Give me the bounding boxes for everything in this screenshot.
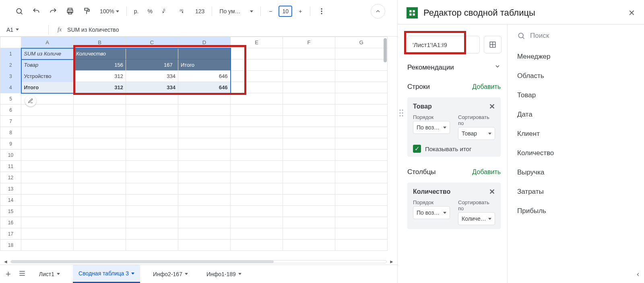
row-header[interactable]: 12 bbox=[0, 172, 21, 183]
cell[interactable] bbox=[231, 183, 283, 195]
cell[interactable]: Итого bbox=[21, 82, 74, 93]
cell[interactable] bbox=[335, 172, 388, 183]
sheet-tab[interactable]: Сводная таблица 3 bbox=[73, 265, 140, 283]
cell[interactable]: Количество bbox=[74, 48, 126, 59]
cell[interactable] bbox=[231, 206, 283, 217]
cell[interactable] bbox=[283, 59, 335, 71]
cell[interactable] bbox=[335, 161, 388, 172]
row-header[interactable]: 18 bbox=[0, 240, 21, 251]
recommendations-toggle[interactable]: Рекомендации bbox=[407, 63, 507, 79]
cell[interactable] bbox=[335, 138, 388, 150]
cell[interactable] bbox=[283, 105, 335, 116]
more-toolbar-icon[interactable] bbox=[314, 4, 329, 18]
cell[interactable] bbox=[178, 172, 231, 183]
row-header[interactable]: 10 bbox=[0, 150, 21, 161]
format-currency[interactable]: р. bbox=[131, 4, 142, 18]
edit-pivot-icon[interactable] bbox=[25, 95, 36, 107]
field-item[interactable]: Затраты bbox=[516, 182, 624, 201]
cell[interactable] bbox=[126, 240, 178, 251]
row-header[interactable]: 8 bbox=[0, 127, 21, 138]
range-input[interactable]: 'Лист1'!A1:I9 bbox=[407, 36, 480, 53]
row-header[interactable]: 11 bbox=[0, 161, 21, 172]
decrease-decimal-icon[interactable]: .0 bbox=[158, 4, 173, 18]
cell[interactable] bbox=[231, 116, 283, 127]
cell[interactable] bbox=[21, 150, 74, 161]
cell[interactable]: 334 bbox=[126, 82, 178, 93]
cell[interactable] bbox=[231, 172, 283, 183]
field-item[interactable]: Прибыль bbox=[516, 201, 624, 221]
cell[interactable] bbox=[231, 161, 283, 172]
cell[interactable] bbox=[283, 93, 335, 105]
cell[interactable] bbox=[126, 161, 178, 172]
cell[interactable] bbox=[178, 138, 231, 150]
cell[interactable] bbox=[21, 138, 74, 150]
cell[interactable] bbox=[335, 228, 388, 240]
cell[interactable] bbox=[178, 183, 231, 195]
more-formats[interactable]: 123 bbox=[192, 4, 208, 18]
sheet-tab[interactable]: Лист1 bbox=[33, 265, 66, 283]
row-header[interactable]: 1 bbox=[0, 48, 21, 59]
cell[interactable]: Устройство bbox=[21, 71, 74, 82]
zoom-select[interactable]: 100% bbox=[97, 4, 122, 18]
cell[interactable] bbox=[335, 93, 388, 105]
cell[interactable]: 646 bbox=[178, 71, 231, 82]
cell[interactable] bbox=[74, 240, 126, 251]
cell[interactable] bbox=[21, 240, 74, 251]
cell[interactable] bbox=[178, 217, 231, 228]
scroll-left-icon[interactable]: ◄ bbox=[3, 259, 8, 265]
cell[interactable]: Итого bbox=[178, 59, 231, 71]
col-header[interactable]: E bbox=[231, 37, 283, 48]
row-header[interactable]: 16 bbox=[0, 217, 21, 228]
cell[interactable] bbox=[74, 116, 126, 127]
cell[interactable]: Товар bbox=[21, 59, 74, 71]
collapse-toolbar-icon[interactable] bbox=[371, 4, 385, 18]
cell[interactable] bbox=[231, 138, 283, 150]
cell[interactable] bbox=[74, 127, 126, 138]
field-item[interactable]: Менеджер bbox=[516, 47, 624, 66]
cell[interactable] bbox=[231, 59, 283, 71]
cell[interactable] bbox=[335, 150, 388, 161]
cell[interactable] bbox=[74, 228, 126, 240]
cell[interactable] bbox=[283, 228, 335, 240]
side-panel-collapse-icon[interactable] bbox=[632, 25, 644, 283]
cell[interactable] bbox=[335, 217, 388, 228]
font-size-input[interactable]: 10 bbox=[279, 6, 292, 17]
cell[interactable] bbox=[283, 82, 335, 93]
cell[interactable]: 156 bbox=[74, 59, 126, 71]
row-header[interactable]: 4 bbox=[0, 82, 21, 93]
cell[interactable] bbox=[283, 48, 335, 59]
spreadsheet-grid[interactable]: A B C D E F G 1 SUM из Количе Количество bbox=[0, 37, 388, 251]
field-item[interactable]: Количество bbox=[516, 144, 624, 163]
cell[interactable] bbox=[335, 116, 388, 127]
cell[interactable] bbox=[21, 172, 74, 183]
sortby-select[interactable]: Товар bbox=[458, 127, 495, 140]
cell[interactable] bbox=[231, 228, 283, 240]
scroll-right-icon[interactable]: ► bbox=[389, 259, 394, 265]
col-header[interactable]: G bbox=[335, 37, 388, 48]
field-item[interactable]: Товар bbox=[516, 86, 624, 105]
col-header[interactable]: A bbox=[21, 37, 74, 48]
cell[interactable] bbox=[283, 127, 335, 138]
cell[interactable] bbox=[74, 93, 126, 105]
cell[interactable] bbox=[335, 48, 388, 59]
redo-icon[interactable] bbox=[46, 4, 60, 18]
cell[interactable] bbox=[231, 217, 283, 228]
cell[interactable] bbox=[335, 183, 388, 195]
cell[interactable] bbox=[335, 71, 388, 82]
cell[interactable] bbox=[74, 206, 126, 217]
field-item[interactable]: Дата bbox=[516, 105, 624, 124]
col-header[interactable]: C bbox=[126, 37, 178, 48]
cell[interactable] bbox=[21, 206, 74, 217]
row-header[interactable]: 7 bbox=[0, 116, 21, 127]
font-size-increase[interactable]: + bbox=[295, 6, 306, 17]
cell[interactable] bbox=[74, 105, 126, 116]
cell[interactable] bbox=[178, 228, 231, 240]
cell[interactable] bbox=[126, 93, 178, 105]
cell[interactable] bbox=[231, 82, 283, 93]
row-header[interactable]: 14 bbox=[0, 195, 21, 206]
cell[interactable] bbox=[283, 206, 335, 217]
add-sheet-icon[interactable]: + bbox=[6, 269, 11, 279]
cell[interactable] bbox=[283, 172, 335, 183]
cell[interactable] bbox=[178, 93, 231, 105]
select-range-icon[interactable] bbox=[484, 36, 502, 53]
